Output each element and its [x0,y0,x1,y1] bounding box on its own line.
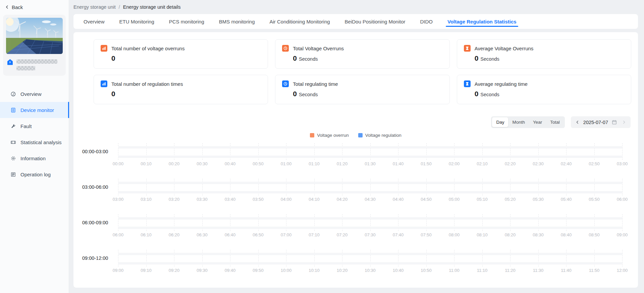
axis-tick-label: 02:30 [533,161,544,166]
stat-card-header: Total regulating time [282,80,442,87]
axis-tick-label: 09:00 [617,232,628,237]
tab-overview[interactable]: Overview [76,14,112,29]
grid-line [622,250,623,267]
axis-tick-label: 04:20 [337,197,348,202]
timeline-row: 06:00-09:0006:0006:1006:2006:3006:4006:5… [82,214,622,250]
sidebar-item-operation-log[interactable]: Operation log [0,166,69,182]
tab-bms-monitoring[interactable]: BMS monitoring [212,14,262,29]
stat-card-value: 0 [111,54,115,62]
prev-date-button[interactable] [575,120,580,124]
axis-tick-label: 01:20 [337,161,348,166]
sidebar-item-label: Statistical analysis [20,139,62,145]
tab-bar: OverviewETU MonitoringPCS monitoringBMS … [73,14,638,29]
axis-tick-label: 06:10 [141,232,152,237]
tab-voltage-regulation-statistics[interactable]: Voltage Regulation Statistics [440,14,524,29]
axis-tick-label: 10:40 [393,268,404,273]
log-icon [10,172,16,177]
axis-tick-label: 08:10 [477,232,488,237]
gear-icon [10,156,16,161]
breadcrumb-parent[interactable]: Energy storage unit [73,4,116,10]
legend-item-voltage-regulation[interactable]: Voltage regulation [358,133,401,138]
tab-pcs-monitoring[interactable]: PCS monitoring [162,14,212,29]
legend-item-voltage-overrun[interactable]: Voltage overrun [310,133,349,138]
sidebar-item-label: Operation log [20,172,51,177]
tab-label: Overview [84,19,105,24]
back-button[interactable]: Back [0,0,69,14]
axis-tick-label: 10:50 [421,268,432,273]
range-option-total[interactable]: Total [546,117,564,127]
stat-card-value: 0 [475,90,479,98]
grid-line [622,179,623,195]
axis-tick-label: 11:50 [589,268,600,273]
stat-card-value-row: 0Seconds [475,90,624,98]
axis-tick-label: 06:40 [225,232,236,237]
tab-label: BeiDou Positioning Monitor [345,19,406,24]
range-option-month[interactable]: Month [508,117,529,127]
sidebar-item-device-monitor[interactable]: Device monitor [0,102,69,118]
hourglass-icon [464,45,471,52]
tab-dido[interactable]: DIDO [413,14,440,29]
track-voltage-regulation [118,262,622,265]
stat-card-value: 0 [293,90,297,98]
axis-tick-label: 09:10 [141,268,152,273]
axis-tick-label: 00:40 [225,161,236,166]
axis-tick-label: 07:30 [365,232,376,237]
tab-label: Air Conditioning Monitoring [269,19,330,24]
axis-tick-label: 08:50 [589,232,600,237]
axis-tick-label: 12:00 [617,268,628,273]
stat-card: Total Voltage Overruns0Seconds [275,39,449,69]
stats-icon [10,139,16,145]
axis-tick-label: 07:10 [309,232,320,237]
range-option-day[interactable]: Day [492,117,508,127]
axis-tick-label: 04:30 [365,197,376,202]
next-date-button[interactable] [622,120,626,124]
axis-tick-label: 00:00 [113,161,124,166]
bar-chart-icon [101,45,107,52]
axis-tick-label: 05:10 [477,197,488,202]
hourglass-icon [464,80,471,87]
tab-beidou-positioning-monitor[interactable]: BeiDou Positioning Monitor [337,14,413,29]
axis-tick-label: 01:00 [281,161,292,166]
axis-tick-label: 07:40 [393,232,404,237]
timeline-row-plot: 06:0006:1006:2006:3006:4006:5007:0007:10… [118,214,622,250]
sidebar: Back [0,0,69,293]
wrench-icon [10,123,16,129]
stat-card-header: Average regulating time [464,80,624,87]
axis-tick-label: 01:30 [365,161,376,166]
axis-tick-label: 02:50 [589,161,600,166]
range-option-year[interactable]: Year [529,117,546,127]
tab-label: ETU Monitoring [119,19,154,24]
axis-tick-label: 00:30 [197,161,208,166]
axis-tick-label: 10:10 [309,268,320,273]
sidebar-item-overview[interactable]: Overview [0,86,69,102]
axis-tick-label: 03:10 [141,197,152,202]
stat-card-unit: Seconds [299,92,318,97]
stat-card: Average Voltage Overruns0Seconds [457,39,631,69]
grid-line [622,214,623,231]
breadcrumb-current: Energy storage unit details [123,4,181,10]
clock-icon [282,45,289,52]
tab-air-conditioning-monitoring[interactable]: Air Conditioning Monitoring [262,14,337,29]
stat-card: Total number of regulation times0 [94,75,268,104]
tab-label: DIDO [420,19,433,24]
axis-tick-label: 05:30 [533,197,544,202]
axis-tick-label: 11:10 [477,268,488,273]
tab-etu-monitoring[interactable]: ETU Monitoring [112,14,162,29]
axis-tick-label: 10:20 [337,268,348,273]
monitor-icon [10,107,16,113]
stat-card-unit: Seconds [480,92,499,97]
chart-legend: Voltage overrunVoltage regulation [73,133,638,138]
axis-tick-label: 08:40 [561,232,572,237]
sidebar-item-statistical-analysis[interactable]: Statistical analysis [0,134,69,150]
axis-tick-label: 01:40 [393,161,404,166]
legend-label: Voltage regulation [365,133,401,138]
legend-label: Voltage overrun [317,133,349,138]
sidebar-item-information[interactable]: Information [0,150,69,166]
sidebar-item-fault[interactable]: Fault [0,118,69,134]
axis-tick-label: 06:00 [617,197,628,202]
stat-card-label: Total Voltage Overruns [293,46,344,51]
axis-tick-label: 03:30 [197,197,208,202]
date-value[interactable]: 2025-07-07 [583,120,608,125]
calendar-icon[interactable] [612,120,617,125]
timeline-row: 00:00-03:0000:0000:1000:2000:3000:4000:5… [82,143,622,179]
